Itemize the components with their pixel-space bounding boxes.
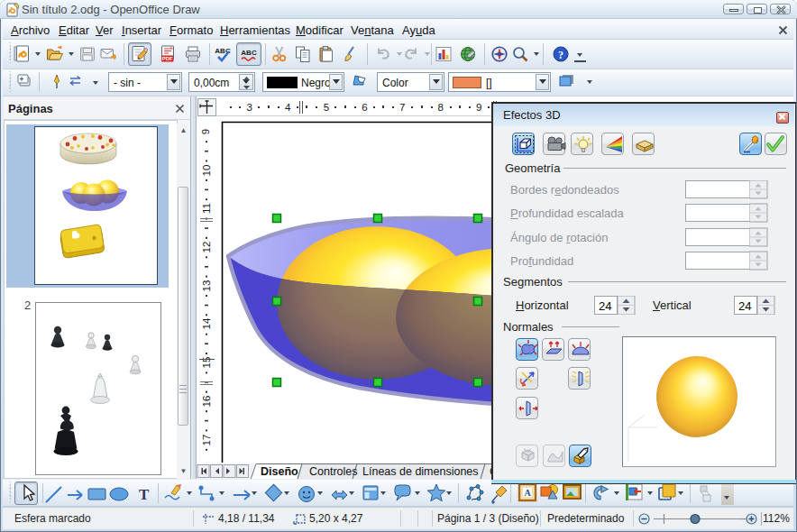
svg-text:Controles: Controles [309, 465, 358, 478]
svg-text:T: T [139, 486, 150, 503]
svg-text:A: A [524, 488, 531, 498]
svg-text:Líneas de dimensiones: Líneas de dimensiones [362, 465, 479, 478]
svg-text:Diseño: Diseño [261, 465, 298, 478]
